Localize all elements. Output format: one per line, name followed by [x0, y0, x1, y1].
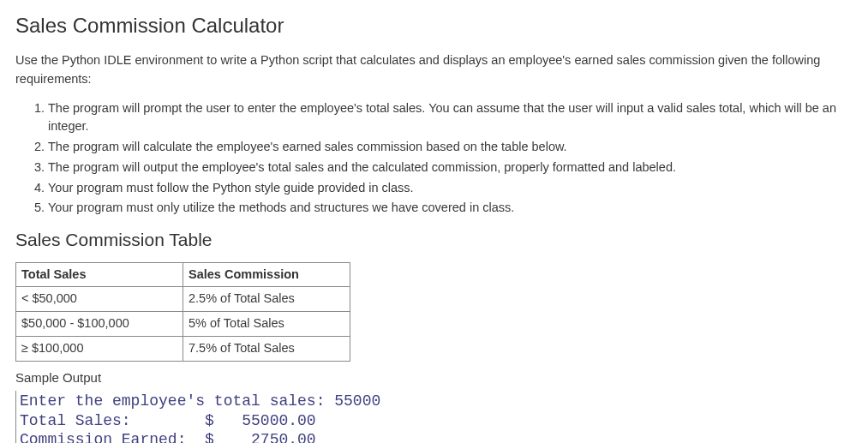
table-cell: 2.5% of Total Sales [183, 287, 350, 312]
table-header: Sales Commission [183, 262, 350, 287]
table-cell: ≥ $100,000 [16, 336, 183, 361]
table-header: Total Sales [16, 262, 183, 287]
requirements-list: The program will prompt the user to ente… [15, 99, 853, 219]
table-cell: < $50,000 [16, 287, 183, 312]
list-item: The program will prompt the user to ente… [48, 99, 853, 137]
intro-text: Use the Python IDLE environment to write… [15, 51, 853, 89]
sample-output-block: Enter the employee's total sales: 55000 … [15, 391, 853, 443]
table-heading: Sales Commission Table [15, 226, 853, 254]
table-row: < $50,000 2.5% of Total Sales [16, 287, 350, 312]
commission-table: Total Sales Sales Commission < $50,000 2… [15, 262, 350, 362]
table-cell: 7.5% of Total Sales [183, 336, 350, 361]
list-item: The program will output the employee's t… [48, 159, 853, 177]
table-row: $50,000 - $100,000 5% of Total Sales [16, 312, 350, 337]
list-item: The program will calculate the employee'… [48, 138, 853, 157]
table-header-row: Total Sales Sales Commission [16, 262, 350, 287]
table-row: ≥ $100,000 7.5% of Total Sales [16, 336, 350, 361]
list-item: Your program must only utilize the metho… [48, 199, 853, 218]
page-title: Sales Commission Calculator [15, 10, 853, 41]
sample-output-label: Sample Output [15, 368, 853, 388]
table-cell: $50,000 - $100,000 [16, 312, 183, 337]
list-item: Your program must follow the Python styl… [48, 179, 853, 198]
table-cell: 5% of Total Sales [183, 312, 350, 337]
